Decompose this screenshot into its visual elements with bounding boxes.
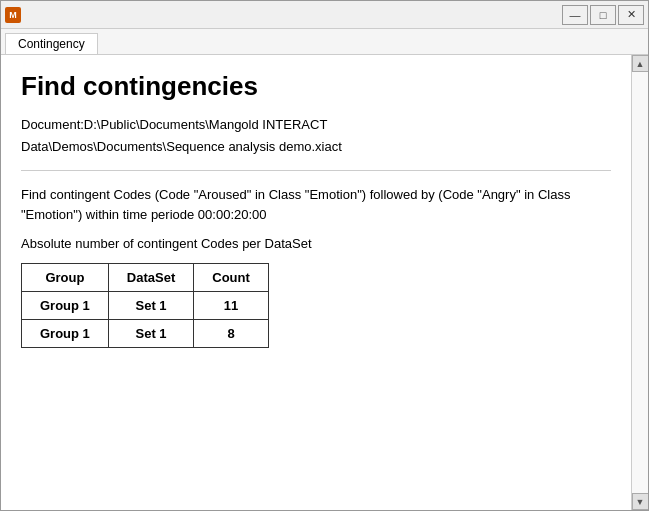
table-row: Group 1Set 18 (22, 320, 269, 348)
col-group: Group (22, 264, 109, 292)
col-count: Count (194, 264, 269, 292)
table-cell: Group 1 (22, 292, 109, 320)
scroll-track (632, 72, 648, 493)
tab-bar: Contingency (1, 29, 648, 55)
close-button[interactable]: ✕ (618, 5, 644, 25)
content-area: Find contingencies Document:D:\Public\Do… (1, 55, 648, 510)
table-cell: Group 1 (22, 320, 109, 348)
scroll-up-button[interactable]: ▲ (632, 55, 649, 72)
page-title: Find contingencies (21, 71, 611, 102)
table-row: Group 1Set 111 (22, 292, 269, 320)
summary-label: Absolute number of contingent Codes per … (21, 236, 611, 251)
main-window: M — □ ✕ Contingency Find contingencies D… (0, 0, 649, 511)
description-text: Find contingent Codes (Code "Aroused" in… (21, 185, 611, 224)
table-cell: 8 (194, 320, 269, 348)
scrollbar: ▲ ▼ (631, 55, 648, 510)
contingency-tab[interactable]: Contingency (5, 33, 98, 54)
title-bar-controls: — □ ✕ (562, 5, 644, 25)
scroll-down-button[interactable]: ▼ (632, 493, 649, 510)
divider (21, 170, 611, 171)
col-dataset: DataSet (108, 264, 193, 292)
results-table: Group DataSet Count Group 1Set 111Group … (21, 263, 269, 348)
table-cell: 11 (194, 292, 269, 320)
document-path-line2: Data\Demos\Documents\Sequence analysis d… (21, 138, 611, 156)
title-bar: M — □ ✕ (1, 1, 648, 29)
table-cell: Set 1 (108, 320, 193, 348)
table-header-row: Group DataSet Count (22, 264, 269, 292)
minimize-button[interactable]: — (562, 5, 588, 25)
title-bar-left: M (5, 7, 21, 23)
document-path-line1: Document:D:\Public\Documents\Mangold INT… (21, 116, 611, 134)
main-content: Find contingencies Document:D:\Public\Do… (1, 55, 631, 510)
app-icon: M (5, 7, 21, 23)
maximize-button[interactable]: □ (590, 5, 616, 25)
table-cell: Set 1 (108, 292, 193, 320)
